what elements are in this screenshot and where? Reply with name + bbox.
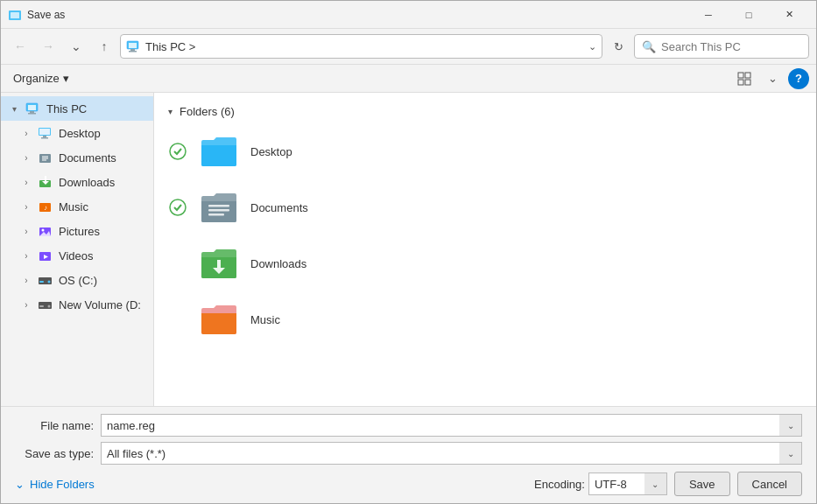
file-name-dropdown-icon[interactable]: ⌄: [779, 414, 802, 437]
expand-icon: ›: [20, 153, 32, 163]
svg-rect-41: [208, 214, 224, 216]
sidebar-label-pictures: Pictures: [59, 225, 146, 238]
file-name-row: File name: ⌄: [15, 414, 802, 437]
dialog-title: Save as: [27, 9, 688, 21]
sidebar-item-this-pc[interactable]: ▾ This PC: [1, 96, 153, 121]
maximize-button[interactable]: □: [729, 1, 769, 29]
folder-item-documents[interactable]: Documents: [154, 179, 816, 235]
sidebar-label-downloads: Downloads: [59, 176, 146, 189]
sidebar-item-desktop[interactable]: › Desktop: [1, 121, 153, 145]
svg-rect-3: [129, 43, 137, 48]
svg-point-33: [48, 281, 51, 284]
folder-downloads-icon: [198, 242, 240, 284]
svg-rect-40: [208, 209, 229, 212]
address-dropdown-icon[interactable]: ⌄: [588, 41, 596, 52]
sidebar-label-music: Music: [59, 200, 146, 214]
folder-music-icon: [198, 298, 240, 340]
sidebar: ▾ This PC ›: [1, 93, 154, 406]
expand-icon: ›: [20, 300, 32, 310]
downloads-sidebar-icon: [38, 174, 53, 190]
organize-button[interactable]: Organize ▾: [8, 68, 74, 89]
svg-rect-1: [11, 12, 19, 18]
search-icon: 🔍: [642, 40, 656, 53]
folder-desktop-name: Desktop: [250, 145, 292, 158]
sidebar-item-music[interactable]: › ♪ Music: [1, 194, 153, 219]
svg-rect-17: [41, 137, 48, 139]
file-list: ▾ Folders (6) Desktop: [154, 93, 816, 406]
cancel-button[interactable]: Cancel: [737, 472, 802, 496]
folder-documents-icon: [198, 186, 240, 228]
desktop-sidebar-icon: [38, 125, 53, 141]
help-button[interactable]: ?: [788, 68, 809, 89]
expand-icon: ›: [20, 276, 32, 285]
svg-rect-35: [39, 305, 44, 307]
close-button[interactable]: ✕: [769, 1, 809, 29]
svg-rect-12: [30, 111, 34, 113]
title-bar: Save as ─ □ ✕: [1, 1, 816, 29]
footer-row: ⌄ Hide Folders Encoding: ⌄ Save Cancel: [15, 472, 802, 496]
view-button[interactable]: [732, 68, 757, 89]
sidebar-item-new-volume[interactable]: › New Volume (D:: [1, 292, 153, 317]
search-bar[interactable]: 🔍: [634, 34, 809, 59]
expand-icon: ›: [20, 178, 32, 187]
up-button[interactable]: ↑: [92, 34, 116, 59]
save-as-type-input[interactable]: [101, 442, 802, 465]
refresh-button[interactable]: ↻: [606, 34, 630, 59]
drive-d-sidebar-icon: [38, 297, 53, 312]
address-toolbar: ← → ⌄ ↑ This PC > ⌄ ↻ 🔍: [1, 29, 816, 65]
sidebar-label-os-c: OS (C:): [59, 274, 146, 287]
svg-point-27: [42, 229, 45, 232]
folder-item-desktop[interactable]: Desktop: [154, 123, 816, 179]
save-as-type-container: ⌄: [101, 442, 802, 465]
file-name-input[interactable]: [101, 414, 802, 437]
sidebar-item-pictures[interactable]: › Pictures: [1, 219, 153, 243]
hide-folders-label: Hide Folders: [30, 478, 95, 491]
save-button[interactable]: Save: [674, 472, 730, 496]
hide-folders-button[interactable]: ⌄ Hide Folders: [15, 478, 95, 491]
encoding-container: Encoding: ⌄: [534, 472, 667, 495]
section-header: ▾ Folders (6): [154, 100, 816, 123]
save-as-dialog: Save as ─ □ ✕ ← → ⌄ ↑ This PC > ⌄ ↻: [0, 0, 817, 504]
minimize-button[interactable]: ─: [688, 1, 729, 29]
svg-rect-8: [738, 80, 743, 85]
svg-point-36: [48, 305, 51, 308]
encoding-dropdown-icon[interactable]: ⌄: [644, 472, 667, 495]
pc-sidebar-icon: [25, 101, 41, 116]
pc-icon: [126, 38, 142, 54]
bottom-area: File name: ⌄ Save as type: ⌄ ⌄ Hide Fold…: [1, 406, 816, 503]
drive-c-sidebar-icon: [38, 272, 53, 288]
sidebar-label-videos: Videos: [59, 249, 146, 262]
file-name-label: File name:: [15, 419, 94, 432]
folder-item-music[interactable]: Music: [154, 291, 816, 347]
sidebar-item-downloads[interactable]: › Downloads: [1, 170, 153, 194]
view-dropdown-button[interactable]: ⌄: [760, 68, 785, 89]
dialog-icon: [8, 8, 22, 22]
svg-rect-6: [738, 73, 743, 78]
organize-chevron-icon: ▾: [63, 72, 69, 85]
sidebar-label-desktop: Desktop: [59, 127, 146, 140]
videos-sidebar-icon: [38, 248, 53, 263]
sidebar-item-videos[interactable]: › Videos: [1, 243, 153, 268]
svg-text:♪: ♪: [44, 204, 47, 212]
sidebar-item-os-c[interactable]: › OS (C:): [1, 268, 153, 292]
back-button[interactable]: ←: [8, 34, 32, 59]
address-bar[interactable]: This PC > ⌄: [120, 34, 602, 59]
sidebar-label-new-volume: New Volume (D:: [59, 298, 146, 312]
footer-buttons: Encoding: ⌄ Save Cancel: [534, 472, 802, 496]
folder-documents-name: Documents: [250, 201, 308, 214]
section-collapse-icon[interactable]: ▾: [168, 107, 173, 116]
recent-button[interactable]: ⌄: [64, 34, 88, 59]
organize-label: Organize: [13, 72, 60, 85]
svg-rect-5: [129, 51, 137, 52]
forward-button[interactable]: →: [36, 34, 60, 59]
expand-icon: ›: [20, 227, 32, 236]
documents-sidebar-icon: [38, 150, 53, 165]
folder-desktop-icon: [198, 130, 240, 172]
file-name-container: ⌄: [101, 414, 802, 437]
svg-rect-9: [745, 80, 750, 85]
sidebar-item-documents[interactable]: › Documents: [1, 145, 153, 170]
search-input[interactable]: [661, 40, 808, 53]
svg-rect-32: [39, 281, 44, 283]
save-as-type-dropdown-icon[interactable]: ⌄: [779, 442, 802, 465]
folder-item-downloads[interactable]: Downloads: [154, 235, 816, 291]
